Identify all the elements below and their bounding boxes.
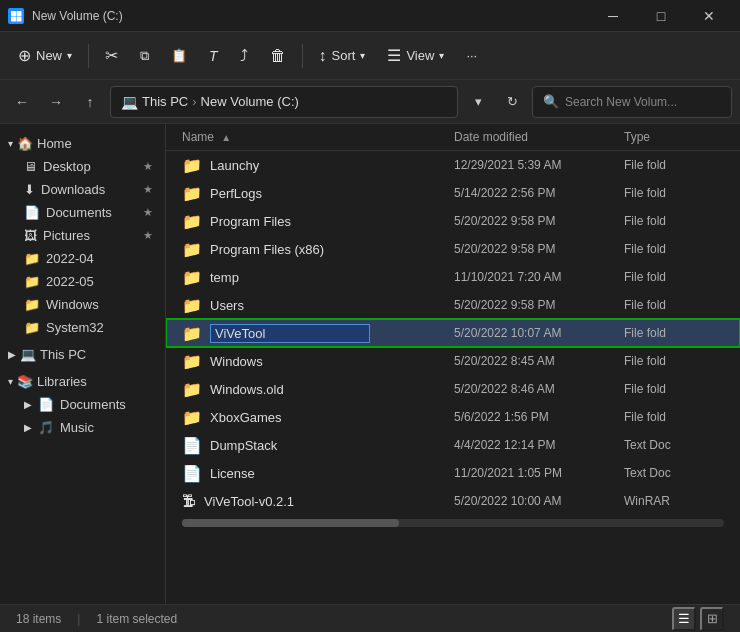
sidebar-item-2022-04[interactable]: 📁 2022-04 bbox=[4, 247, 161, 270]
status-sep: | bbox=[77, 612, 80, 626]
file-date: 4/4/2022 12:14 PM bbox=[454, 438, 624, 452]
file-date: 5/14/2022 2:56 PM bbox=[454, 186, 624, 200]
window-controls: ─ □ ✕ bbox=[590, 0, 732, 32]
table-row[interactable]: 📄DumpStack4/4/2022 12:14 PMText Doc bbox=[166, 431, 740, 459]
table-row[interactable]: 🗜ViVeTool-v0.2.15/20/2022 10:00 AMWinRAR bbox=[166, 487, 740, 515]
share-icon: ⤴ bbox=[240, 47, 248, 65]
file-name: PerfLogs bbox=[210, 186, 454, 201]
minimize-button[interactable]: ─ bbox=[590, 0, 636, 32]
h-scrollbar[interactable] bbox=[182, 519, 724, 527]
table-row[interactable]: 📁Users5/20/2022 9:58 PMFile fold bbox=[166, 291, 740, 319]
paste-icon: 📋 bbox=[171, 48, 187, 63]
file-date: 11/20/2021 1:05 PM bbox=[454, 466, 624, 480]
sidebar-thispc-header[interactable]: ▶ 💻 This PC bbox=[0, 343, 165, 366]
rename-input[interactable] bbox=[210, 324, 370, 343]
sidebar-item-desktop[interactable]: 🖥 Desktop ★ bbox=[4, 155, 161, 178]
folder-icon: 📁 bbox=[182, 240, 202, 259]
sidebar-item-lib-documents[interactable]: ▶ 📄 Documents bbox=[4, 393, 161, 416]
scroll-area bbox=[166, 519, 740, 535]
refresh-button[interactable]: ↻ bbox=[498, 88, 526, 116]
file-name: Users bbox=[210, 298, 454, 313]
table-row[interactable]: 📁Program Files (x86)5/20/2022 9:58 PMFil… bbox=[166, 235, 740, 263]
file-list-header: Name ▲ Date modified Type bbox=[166, 124, 740, 151]
folder-icon: 📁 bbox=[182, 156, 202, 175]
delete-button[interactable]: 🗑 bbox=[260, 41, 296, 71]
col-name-header[interactable]: Name ▲ bbox=[182, 130, 454, 144]
sort-arrow-name: ▲ bbox=[221, 132, 231, 143]
back-button[interactable]: ← bbox=[8, 88, 36, 116]
svg-rect-1 bbox=[17, 11, 22, 16]
libraries-icon: 📚 bbox=[17, 374, 33, 389]
folder-windows-label: Windows bbox=[46, 297, 99, 312]
file-name: Program Files (x86) bbox=[210, 242, 454, 257]
sidebar-item-documents[interactable]: 📄 Documents ★ bbox=[4, 201, 161, 224]
app-icon bbox=[8, 8, 24, 24]
maximize-button[interactable]: □ bbox=[638, 0, 684, 32]
table-row[interactable]: 📁Windows.old5/20/2022 8:46 AMFile fold bbox=[166, 375, 740, 403]
status-bar: 18 items | 1 item selected ☰ ⊞ bbox=[0, 604, 740, 632]
sidebar-item-lib-music[interactable]: ▶ 🎵 Music bbox=[4, 416, 161, 439]
copy-button[interactable]: ⧉ bbox=[130, 42, 159, 70]
sort-chevron-icon: ▾ bbox=[360, 50, 365, 61]
sidebar-thispc-label: This PC bbox=[40, 347, 86, 362]
more-button[interactable]: ··· bbox=[456, 42, 487, 69]
toolbar-sep-1 bbox=[88, 44, 89, 68]
table-row[interactable]: 📁Launchy12/29/2021 5:39 AMFile fold bbox=[166, 151, 740, 179]
sort-button[interactable]: ↕ Sort ▾ bbox=[309, 41, 376, 71]
share-button[interactable]: ⤴ bbox=[230, 41, 258, 71]
sidebar-section-thispc: ▶ 💻 This PC bbox=[0, 343, 165, 366]
list-view-button[interactable]: ☰ bbox=[672, 607, 696, 631]
documents-label: Documents bbox=[46, 205, 112, 220]
table-row[interactable]: 📁PerfLogs5/14/2022 2:56 PMFile fold bbox=[166, 179, 740, 207]
grid-view-button[interactable]: ⊞ bbox=[700, 607, 724, 631]
sort-label: Sort bbox=[332, 48, 356, 63]
path-separator-1: › bbox=[192, 94, 196, 109]
cut-button[interactable]: ✂ bbox=[95, 40, 128, 71]
text-file-icon: 📄 bbox=[182, 436, 202, 455]
sidebar-libraries-header[interactable]: ▾ 📚 Libraries bbox=[0, 370, 165, 393]
item-count: 18 items bbox=[16, 612, 61, 626]
new-chevron-icon: ▾ bbox=[67, 50, 72, 61]
address-path[interactable]: 💻 This PC › New Volume (C:) bbox=[110, 86, 458, 118]
col-type-header[interactable]: Type bbox=[624, 130, 724, 144]
paste-button[interactable]: 📋 bbox=[161, 42, 197, 69]
path-dropdown-button[interactable]: ▾ bbox=[464, 88, 492, 116]
file-date: 5/20/2022 9:58 PM bbox=[454, 242, 624, 256]
sidebar-home-chevron: ▾ bbox=[8, 138, 13, 149]
file-name: Windows.old bbox=[210, 382, 454, 397]
pictures-icon: 🖼 bbox=[24, 228, 37, 243]
sidebar-item-system32[interactable]: 📁 System32 bbox=[4, 316, 161, 339]
file-date: 5/20/2022 9:58 PM bbox=[454, 298, 624, 312]
pictures-pin: ★ bbox=[143, 229, 153, 242]
sidebar-item-2022-05[interactable]: 📁 2022-05 bbox=[4, 270, 161, 293]
file-type: File fold bbox=[624, 158, 724, 172]
folder-2022-04-icon: 📁 bbox=[24, 251, 40, 266]
folder-icon: 📁 bbox=[182, 184, 202, 203]
new-button[interactable]: ⊕ New ▾ bbox=[8, 40, 82, 71]
view-button[interactable]: ☰ View ▾ bbox=[377, 40, 454, 71]
table-row[interactable]: 📁XboxGames5/6/2022 1:56 PMFile fold bbox=[166, 403, 740, 431]
folder-icon: 📁 bbox=[182, 324, 202, 343]
table-row[interactable]: 📁Program Files5/20/2022 9:58 PMFile fold bbox=[166, 207, 740, 235]
table-row[interactable]: 📁Windows5/20/2022 8:45 AMFile fold bbox=[166, 347, 740, 375]
col-date-header[interactable]: Date modified bbox=[454, 130, 624, 144]
col-type-label: Type bbox=[624, 130, 650, 144]
sidebar-home-header[interactable]: ▾ 🏠 Home bbox=[0, 132, 165, 155]
table-row[interactable]: 📁5/20/2022 10:07 AMFile fold bbox=[166, 319, 740, 347]
file-date: 5/20/2022 8:46 AM bbox=[454, 382, 624, 396]
sidebar-item-downloads[interactable]: ⬇ Downloads ★ bbox=[4, 178, 161, 201]
close-button[interactable]: ✕ bbox=[686, 0, 732, 32]
sidebar-item-windows[interactable]: 📁 Windows bbox=[4, 293, 161, 316]
folder-2022-04-label: 2022-04 bbox=[46, 251, 94, 266]
file-date: 5/20/2022 9:58 PM bbox=[454, 214, 624, 228]
forward-button[interactable]: → bbox=[42, 88, 70, 116]
file-area: Name ▲ Date modified Type 📁Launchy12/29/… bbox=[166, 124, 740, 604]
table-row[interactable]: 📄License11/20/2021 1:05 PMText Doc bbox=[166, 459, 740, 487]
new-icon: ⊕ bbox=[18, 46, 31, 65]
sidebar-item-pictures[interactable]: 🖼 Pictures ★ bbox=[4, 224, 161, 247]
table-row[interactable]: 📁temp11/10/2021 7:20 AMFile fold bbox=[166, 263, 740, 291]
home-icon: 🏠 bbox=[17, 136, 33, 151]
rename-button[interactable]: T bbox=[199, 42, 228, 70]
file-type: File fold bbox=[624, 410, 724, 424]
up-button[interactable]: ↑ bbox=[76, 88, 104, 116]
